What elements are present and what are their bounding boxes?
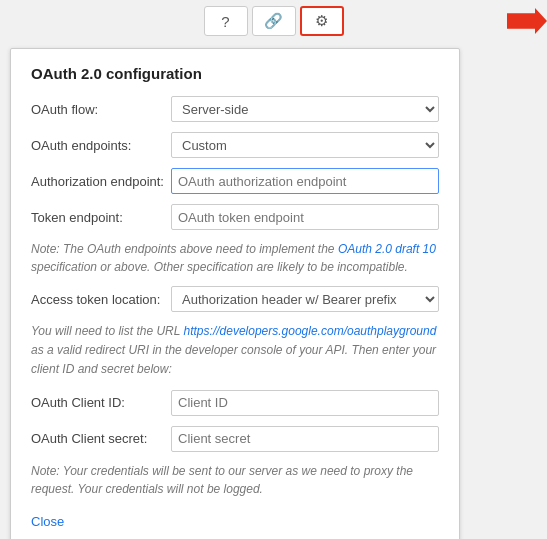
settings-icon: ⚙ — [315, 12, 328, 30]
oauth-endpoints-select[interactable]: Custom Google Facebook — [171, 132, 439, 158]
token-endpoint-label: Token endpoint: — [31, 210, 171, 225]
authorization-endpoint-input[interactable] — [171, 168, 439, 194]
oauth-flow-label: OAuth flow: — [31, 102, 171, 117]
help-icon: ? — [221, 13, 229, 30]
oauth-flow-row: OAuth flow: Server-side Client-side Impl… — [31, 96, 439, 122]
oauth-endpoints-row: OAuth endpoints: Custom Google Facebook — [31, 132, 439, 158]
authorization-endpoint-row: Authorization endpoint: — [31, 168, 439, 194]
playground-url-link[interactable]: https://developers.google.com/oauthplayg… — [184, 324, 437, 338]
client-secret-row: OAuth Client secret: — [31, 426, 439, 452]
client-secret-input[interactable] — [171, 426, 439, 452]
close-link[interactable]: Close — [31, 514, 64, 529]
client-id-input[interactable] — [171, 390, 439, 416]
link-button[interactable]: 🔗 — [252, 6, 296, 36]
redirect-info: You will need to list the URL https://de… — [31, 322, 439, 380]
oauth-flow-select[interactable]: Server-side Client-side Implicit Device … — [171, 96, 439, 122]
credentials-note: Note: Your credentials will be sent to o… — [31, 462, 439, 498]
oauth-note: Note: The OAuth endpoints above need to … — [31, 240, 439, 276]
settings-button[interactable]: ⚙ — [300, 6, 344, 36]
client-id-row: OAuth Client ID: — [31, 390, 439, 416]
token-endpoint-row: Token endpoint: — [31, 204, 439, 230]
oauth-endpoints-label: OAuth endpoints: — [31, 138, 171, 153]
oauth-draft-link[interactable]: OAuth 2.0 draft 10 — [338, 242, 436, 256]
link-icon: 🔗 — [264, 12, 283, 30]
oauth-config-panel: OAuth 2.0 configuration OAuth flow: Serv… — [10, 48, 460, 539]
token-endpoint-input[interactable] — [171, 204, 439, 230]
note-before: Note: The OAuth endpoints above need to … — [31, 242, 338, 256]
panel-title: OAuth 2.0 configuration — [31, 65, 439, 82]
note-after: specification or above. Other specificat… — [31, 260, 408, 274]
access-token-location-row: Access token location: Authorization hea… — [31, 286, 439, 312]
client-secret-label: OAuth Client secret: — [31, 431, 171, 446]
info-before: You will need to list the URL — [31, 324, 184, 338]
access-token-location-label: Access token location: — [31, 292, 171, 307]
info-after: as a valid redirect URI in the developer… — [31, 343, 436, 376]
help-button[interactable]: ? — [204, 6, 248, 36]
authorization-endpoint-label: Authorization endpoint: — [31, 174, 171, 189]
toolbar: ? 🔗 ⚙ — [0, 0, 547, 42]
client-id-label: OAuth Client ID: — [31, 395, 171, 410]
access-token-location-select[interactable]: Authorization header w/ Bearer prefix Qu… — [171, 286, 439, 312]
